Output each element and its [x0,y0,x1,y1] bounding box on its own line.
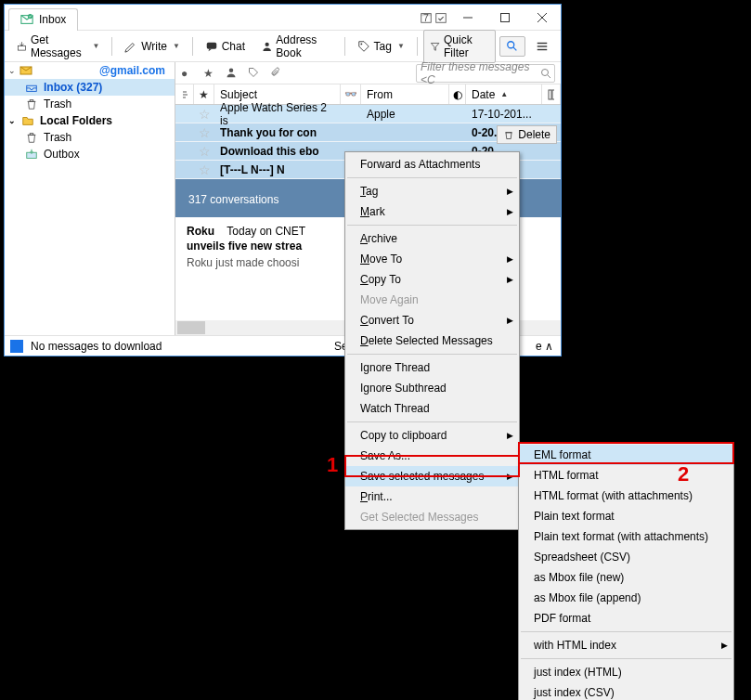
menu-item[interactable]: HTML format [519,465,733,486]
svg-text:7: 7 [423,11,429,22]
write-button[interactable]: Write▼ [118,36,187,57]
menu-item[interactable]: Archive [345,228,519,249]
expand-toggle-icon[interactable]: ⌄ [8,66,18,75]
folder-inbox[interactable]: Inbox (327) [5,79,175,96]
folder-trash[interactable]: Trash [5,96,175,112]
col-indicator[interactable]: ◐ [449,84,466,104]
tag-button[interactable]: Tag▼ [351,36,411,57]
col-star[interactable]: ★ [194,84,214,104]
star-filter-icon[interactable]: ★ [203,67,216,80]
svg-rect-22 [30,100,33,102]
mail-account-icon [19,64,32,77]
svg-point-26 [229,68,234,72]
svg-rect-11 [206,42,216,48]
close-button[interactable] [524,6,561,29]
message-context-menu[interactable]: Forward as AttachmentsTag▶Mark▶ArchiveMo… [344,151,520,530]
chevron-down-icon: ▼ [397,42,405,50]
menu-item-label: Convert To [360,314,414,327]
folder-local-trash[interactable]: Trash [5,129,175,146]
menu-item[interactable]: Ignore Thread [345,357,519,378]
unread-filter-icon[interactable]: ● [181,67,194,80]
local-folders-row[interactable]: ⌄ Local Folders [5,112,175,129]
menu-item[interactable]: as Mbox file (append) [519,588,733,608]
menu-item[interactable]: Move To▶ [345,249,519,269]
chat-button[interactable]: Chat [199,36,252,57]
menu-item[interactable]: Forward as Attachments [345,154,519,175]
submenu-arrow-icon: ▶ [507,275,513,284]
menu-item[interactable]: Watch Thread [345,398,519,419]
svg-point-27 [541,69,548,75]
message-row[interactable]: ☆Apple Watch Series 2 isApple17-10-201..… [175,105,561,123]
quick-filter-label: Quick Filter [444,33,489,59]
star-icon[interactable]: ☆ [199,162,211,177]
msg-from [361,123,449,141]
star-icon[interactable]: ☆ [199,144,211,159]
trash-icon [25,131,38,144]
address-book-label: Address Book [276,33,331,59]
chevron-down-icon: ▼ [92,42,99,50]
col-date[interactable]: Date▲ [466,84,542,104]
tag-filter-icon[interactable] [248,67,261,80]
get-messages-button[interactable]: Get Messages▼ [10,30,106,63]
menu-item[interactable]: Plain text format (with attachments) [519,526,733,547]
menu-item[interactable]: Ignore Subthread [345,378,519,398]
maximize-button[interactable] [486,6,524,29]
col-from-label: From [367,88,393,101]
local-folders-label: Local Folders [40,114,112,127]
menu-item[interactable]: Tag▶ [345,181,519,201]
minimize-button[interactable] [449,6,486,29]
tab-label: Inbox [39,13,66,26]
app-menu-button[interactable] [529,36,555,57]
folder-outbox[interactable]: Outbox [5,146,175,162]
menu-item[interactable]: Plain text format [519,506,733,526]
filter-messages-input[interactable]: Filter these messages <C [416,64,555,83]
star-icon[interactable]: ☆ [199,107,211,122]
attachment-filter-icon[interactable] [270,67,283,80]
star-icon[interactable]: ☆ [199,125,211,140]
funnel-icon [430,40,440,53]
save-format-submenu[interactable]: EML formatHTML formatHTML format (with a… [518,442,734,700]
expand-toggle-icon[interactable]: ⌄ [8,116,16,125]
global-search-button[interactable] [499,36,525,57]
search-icon [540,68,550,79]
menu-item[interactable]: just index (CSV) [519,682,733,700]
menu-item[interactable]: HTML format (with attachments) [519,486,733,506]
account-email: @gmail.com [34,64,171,77]
col-from[interactable]: From [361,84,449,104]
menu-item[interactable]: EML format [519,445,733,465]
delete-button-overlay[interactable]: Delete [497,125,557,144]
tasks-icon[interactable] [434,11,447,24]
menu-item[interactable]: with HTML index▶ [519,635,733,655]
calendar-icon[interactable]: 7 [420,11,433,24]
account-row[interactable]: ⌄ @gmail.com [5,62,175,79]
menu-item[interactable]: Convert To▶ [345,310,519,331]
col-correspondent[interactable]: 👓 [341,84,361,104]
contact-filter-icon[interactable] [226,67,239,80]
menu-item[interactable]: Copy to clipboard▶ [345,425,519,446]
menu-item[interactable]: Mark▶ [345,201,519,222]
submenu-arrow-icon: ▶ [507,207,513,216]
menu-item[interactable]: Delete Selected Messages [345,331,519,351]
menu-item[interactable]: as Mbox file (new) [519,567,733,588]
col-thread[interactable] [175,84,194,104]
address-book-button[interactable]: Address Book [255,30,339,63]
menu-item[interactable]: Save selected messages▶ [345,466,519,486]
menu-item[interactable]: just index (HTML) [519,662,733,682]
menu-item[interactable]: Copy To▶ [345,269,519,290]
menu-item[interactable]: Save As... [345,446,519,466]
menu-item-label: Archive [360,232,397,245]
menu-item-label: with HTML index [534,639,616,652]
glasses-icon: 👓 [344,88,357,100]
quick-filter-button[interactable]: Quick Filter [423,30,496,63]
dot-icon: ◐ [453,88,462,101]
menu-item-label: just index (CSV) [534,686,615,699]
msg-subject: Download this ebo [214,142,341,160]
menu-item[interactable]: PDF format [519,608,733,629]
menu-item[interactable]: Print... [345,486,519,507]
col-picker[interactable] [542,84,561,104]
scrollbar-thumb[interactable] [177,321,205,334]
tab-inbox[interactable]: Inbox [8,8,78,31]
tag-icon [357,40,370,53]
menu-item-label: Move Again [360,293,419,306]
menu-item[interactable]: Spreadsheet (CSV) [519,547,733,567]
